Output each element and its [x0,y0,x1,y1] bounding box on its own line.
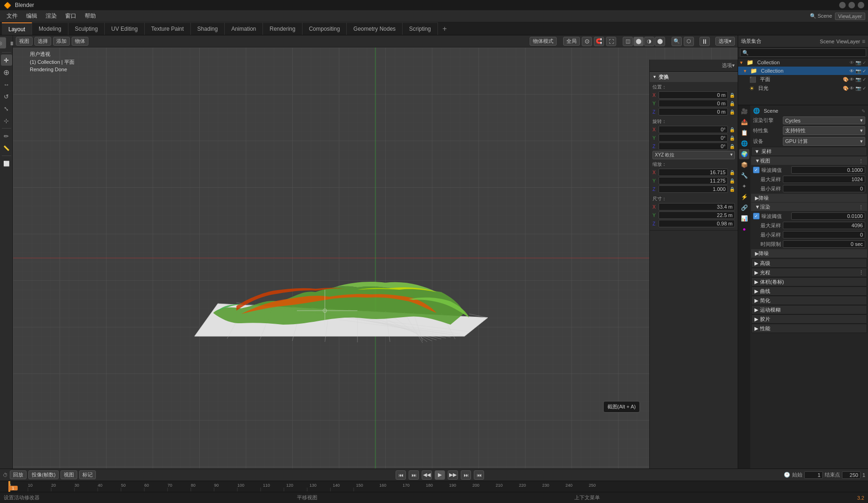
transform-header[interactable]: ▼ 变换 [650,72,738,82]
snap-toggle[interactable]: 🧲 [594,37,604,46]
jump-start[interactable]: ⏮ [396,470,406,480]
add-cube-tool[interactable]: ⬜ [1,158,12,169]
outliner-scene-collection[interactable]: ▾ 📁 Collection 👁 📷 ✓ [738,58,868,67]
time-limit-value[interactable]: 0 sec [783,240,865,248]
simplify-section[interactable]: ▶ 简化 [751,296,867,305]
props-output-icon[interactable]: 📤 [739,117,749,127]
tab-compositing[interactable]: Compositing [303,22,347,35]
scale-x[interactable]: 16.715 [659,169,728,176]
performance-section[interactable]: ▶ 性能 [751,324,867,333]
props-object-icon[interactable]: 📦 [739,160,749,170]
fps-mode[interactable]: 投像(帧数) [28,470,59,479]
proportional-edit[interactable]: ⊙ [582,37,592,46]
props-view-layer-icon[interactable]: 📋 [739,128,749,138]
transform-orient[interactable]: ⛶ [606,37,616,46]
render-subsection[interactable]: ▼ 渲染 ⋮ [751,203,867,211]
next-frame[interactable]: ▶▶ [448,470,458,480]
mode-btn-1[interactable]: ◎ [0,37,6,48]
playback-mode[interactable]: 回放 [10,470,27,479]
max-samples-value[interactable]: 1024 [783,176,865,183]
start-frame[interactable]: 1 [804,471,823,479]
denoise2-subsection[interactable]: ▶ 降噪 [751,249,867,258]
select-menu[interactable]: 选择 [34,37,51,46]
curves-section[interactable]: ▶ 曲线 [751,286,867,296]
maximize-button[interactable] [848,2,855,8]
device-dropdown[interactable]: GPU 计算 ▾ [783,137,865,146]
dim-x[interactable]: 33.4 m [659,203,735,211]
rot-y[interactable]: 0° [659,134,728,142]
props-material-icon[interactable]: ● [739,224,749,234]
tab-sculpting[interactable]: Sculpting [68,22,105,35]
props-data-icon[interactable]: 📊 [739,213,749,224]
render-noise-value[interactable]: 0.0100 [791,212,865,220]
view-menu[interactable]: 视图 [16,37,33,46]
filter-icon[interactable]: ≡ [862,38,865,45]
jump-prev-key[interactable]: ⏭ [409,470,419,480]
menu-help[interactable]: 帮助 [81,11,100,21]
props-world-icon[interactable]: 🌍 [739,149,749,159]
noise-threshold-value[interactable]: 0.1000 [791,166,865,174]
rot-x[interactable]: 0° [659,126,728,133]
global-dropdown[interactable]: 全局 [563,37,580,46]
tab-uv-editing[interactable]: UV Editing [105,22,145,35]
end-frame[interactable]: 250 [842,471,861,479]
move-tool[interactable]: ↔ [1,79,12,90]
advanced-section[interactable]: ▶ 高级 [751,258,867,268]
timeline-view[interactable]: 视图 [61,470,77,479]
tab-modeling[interactable]: Modeling [32,22,68,35]
loc-y[interactable]: 0 m [659,100,728,107]
viewport-3d[interactable]: 视图 选择 添加 物体 物体模式 全局 ⊙ 🧲 ⛶ ◫ ⬤ ◑ ⬤ 🔍 ⬡ ⏸ [13,35,738,469]
menu-file[interactable]: 文件 [3,11,21,21]
scene-props-icon[interactable]: ✎ [861,109,865,114]
props-scene-icon[interactable]: 🌐 [739,138,749,149]
lock-y[interactable]: 🔒 [729,101,735,106]
timeline-markers[interactable]: 标记 [79,470,96,479]
props-modifiers-icon[interactable]: 🔧 [739,170,749,181]
timeline-icon[interactable]: ⏱ [3,472,8,478]
tab-geometry-nodes[interactable]: Geometry Nodes [347,22,403,35]
add-tab-button[interactable]: + [438,22,451,35]
denoise-subsection[interactable]: ▶ 降噪 [751,194,867,202]
lock-x[interactable]: 🔒 [729,93,735,98]
volumes-section[interactable]: ▶ 体积(卷标) [751,277,867,286]
xray-toggle[interactable]: ⬡ [684,37,694,46]
scale-z[interactable]: 1.000 [659,185,728,193]
tab-layout[interactable]: Layout [2,22,32,35]
tab-shading[interactable]: Shading [191,22,225,35]
dim-y[interactable]: 22.5 m [659,211,735,219]
scene-selector[interactable]: 🔍 Scene [810,13,832,19]
jump-next-key[interactable]: ⏭ [461,470,471,480]
props-physics-icon[interactable]: ⚡ [739,192,749,202]
minimize-button[interactable] [839,2,846,8]
prev-frame[interactable]: ◀◀ [422,470,432,480]
render-min-samples-value[interactable]: 0 [783,231,865,238]
viewlayer-tag[interactable]: ViewLayer [836,39,860,44]
lock-sy[interactable]: 🔒 [729,178,735,184]
noise-threshold-checkbox[interactable]: ✓ [753,167,760,173]
render-engine-dropdown[interactable]: Cycles ▾ [783,116,865,124]
scene-tag[interactable]: Scene [820,39,834,44]
overlay-toggle[interactable]: 🔍 [672,37,682,46]
props-constraints-icon[interactable]: 🔗 [739,203,749,213]
solid-shading[interactable]: ⬤ [633,37,644,46]
sampling-header[interactable]: ▼ 采样 [751,147,867,156]
outliner-collection[interactable]: ▾ 📁 Collection 👁 📷 ✓ [738,67,868,75]
lock-sx[interactable]: 🔒 [729,170,735,175]
timeline-ruler[interactable]: 1 10 20 30 40 50 60 70 80 90 100 110 120… [0,481,868,492]
rot-z[interactable]: 0° [659,143,728,150]
film-section[interactable]: ▶ 胶片 [751,314,867,324]
rendered-shading[interactable]: ⬤ [655,37,665,46]
dim-z[interactable]: 0.98 m [659,220,735,227]
loc-z[interactable]: 0 m [659,108,728,116]
jump-end[interactable]: ⏮ [474,470,484,480]
add-menu[interactable]: 添加 [53,37,70,46]
lock-ry[interactable]: 🔒 [729,136,735,141]
annotate-tool[interactable]: ✏ [1,130,12,142]
render-max-samples-value[interactable]: 4096 [783,222,865,229]
options-label[interactable]: 选项▾ [722,62,735,69]
scale-tool[interactable]: ⤡ [1,103,12,114]
props-particles-icon[interactable]: ✦ [739,181,749,191]
motion-blur-section[interactable]: ▶ 运动模糊 [751,305,867,314]
viewlayer-selector[interactable]: ViewLayer [835,13,865,20]
measure-tool[interactable]: 📏 [1,143,12,154]
